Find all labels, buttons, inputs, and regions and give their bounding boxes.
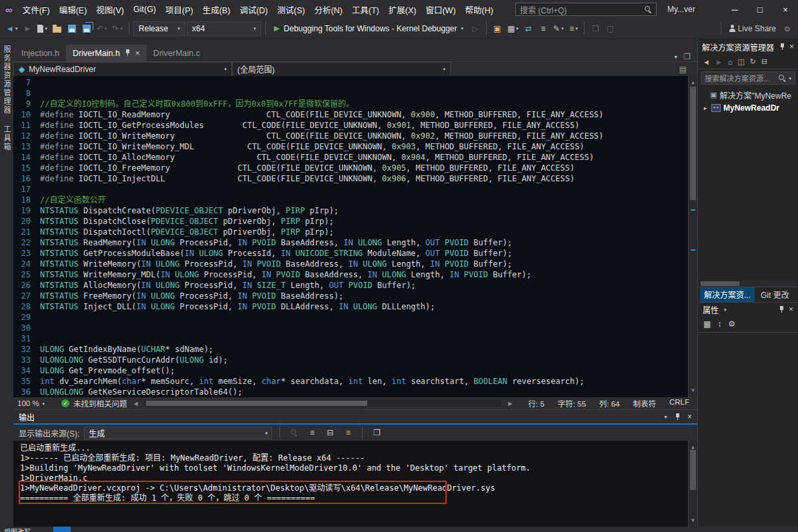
menu-item[interactable]: 帮助(H) — [461, 0, 498, 19]
tree-item[interactable]: ▸++MyNewReadDr — [698, 101, 798, 114]
code-line[interactable]: 15#define IOCTL_IO_FreeMemory CTL_CODE(F… — [13, 163, 697, 173]
expander-icon[interactable]: ▸ — [702, 105, 709, 111]
menu-item[interactable]: 视图(V) — [91, 0, 129, 19]
forward-circle-icon[interactable]: ► — [715, 58, 723, 66]
menu-item[interactable]: 调试(D) — [235, 0, 272, 19]
tree-item[interactable]: ▣解决方案"MyNewRe — [698, 89, 798, 101]
categorized-icon[interactable]: ▦ — [703, 319, 711, 329]
attach-process-button[interactable]: ▣ — [491, 21, 504, 37]
member-scope-dropdown[interactable]: (全局范围) ▾ — [232, 62, 451, 77]
feedback-button[interactable]: ☺ — [781, 21, 794, 37]
scrollbar-thumb[interactable] — [701, 281, 739, 286]
editor-tab[interactable]: DriverMain.h× — [66, 45, 147, 61]
close-icon[interactable]: × — [135, 49, 140, 58]
close-icon[interactable]: × — [789, 305, 793, 314]
properties-header[interactable]: 属性 ▾ × — [698, 302, 798, 317]
code-line[interactable]: 26NTSTATUS AllocMemory(IN ULONG ProcessP… — [13, 280, 697, 291]
side-tool-tab[interactable]: 服务器资源管理器 — [1, 45, 12, 115]
scroll-left-icon[interactable]: ◀ — [134, 401, 138, 407]
compare-files-button[interactable]: ⇄ — [522, 21, 535, 37]
scroll-right-icon[interactable]: ▶ — [508, 401, 512, 407]
misc-tool-button[interactable]: ▢ — [603, 21, 617, 37]
menu-item[interactable]: 扩展(X) — [384, 0, 421, 19]
next-message-button[interactable]: ⊟ — [323, 425, 337, 441]
status-bar-badge[interactable] — [53, 527, 71, 532]
code-line[interactable]: 31 — [13, 333, 697, 344]
code-line[interactable]: 25NTSTATUS WriteMemory_MDL(IN ULONG Proc… — [13, 269, 697, 280]
redo-button[interactable]: ↷▾ — [111, 21, 125, 37]
new-file-button[interactable]: ▾ — [35, 21, 49, 37]
column-indicator[interactable]: 列: 64 — [599, 398, 620, 409]
menu-item[interactable]: 测试(S) — [273, 0, 310, 19]
configuration-dropdown[interactable]: Release▾ — [133, 21, 185, 36]
output-source-dropdown[interactable]: 生成 ▾ — [84, 427, 272, 439]
platform-dropdown[interactable]: x64▾ — [187, 21, 261, 36]
code-editor[interactable]: 789//自定义的IO控制码。自己定义时取0x800到0xFFF，因为0x0到0… — [13, 76, 697, 397]
code-line[interactable]: 28NTSTATUS Inject_DLL(IN ULONG ProcessPi… — [13, 301, 697, 312]
navigate-forward-button[interactable]: ► — [21, 21, 34, 37]
start-debugging-button[interactable]: ▶ Debugging Tools for Windows - Kernel D… — [270, 24, 467, 33]
side-tool-tab[interactable]: 工具箱 — [1, 125, 12, 151]
output-vertical-scrollbar[interactable]: ▲ ▼ — [688, 441, 697, 527]
menu-item[interactable]: 项目(P) — [161, 0, 198, 19]
editor-vertical-scrollbar[interactable]: ▲ ▼ — [688, 76, 697, 397]
start-without-debugging-button[interactable]: ▷ — [469, 21, 482, 37]
scrollbar-thumb[interactable] — [690, 87, 696, 200]
code-line[interactable]: 17 — [13, 184, 697, 195]
code-line[interactable]: 27NTSTATUS FreeMemory(IN ULONG ProcessPi… — [13, 291, 697, 301]
chevron-down-icon[interactable]: ▼ — [663, 415, 668, 419]
editor-tab[interactable]: DriverMain.c — [147, 45, 207, 61]
prev-message-button[interactable]: ≡ — [305, 425, 319, 441]
menu-item[interactable]: 编辑(E) — [55, 0, 92, 19]
code-line[interactable]: 36ULONGLONG GetKeServiceDescriptorTable6… — [13, 387, 697, 397]
maximize-button[interactable]: □ — [747, 0, 773, 19]
refresh-icon[interactable]: ↻ — [750, 57, 756, 66]
pin-icon[interactable] — [779, 43, 785, 51]
quick-search-box[interactable]: 搜索 (Ctrl+Q) — [515, 3, 657, 16]
document-outline-icon[interactable]: ▤ — [679, 65, 697, 74]
minimize-button[interactable]: ─ — [722, 0, 747, 19]
health-indicator[interactable]: ✓未找到相关问题 — [61, 398, 127, 409]
code-line[interactable]: 35int dv_SearchMem(char* memSourc, int m… — [13, 376, 697, 387]
property-pages-icon[interactable]: ⚙ — [728, 319, 735, 329]
home-icon[interactable]: ⌂ — [728, 58, 733, 66]
navigate-back-button[interactable]: ◄▾ — [4, 21, 19, 37]
alphabetical-sort-icon[interactable]: ↕ — [717, 319, 721, 329]
close-button[interactable]: × — [773, 0, 798, 19]
editor-horizontal-scrollbar[interactable] — [145, 400, 501, 407]
code-line[interactable]: 9//自定义的IO控制码。自己定义时取0x800到0xFFF，因为0x0到0x7… — [13, 99, 697, 109]
edit-button[interactable]: ✎▾ — [551, 21, 566, 37]
code-line[interactable]: 8 — [13, 88, 697, 99]
code-line[interactable]: 29 — [13, 312, 697, 323]
misc-tool-button[interactable]: ❐ — [589, 21, 602, 37]
save-button[interactable] — [65, 21, 79, 37]
live-share-button[interactable]: Live Share — [727, 21, 778, 37]
code-line[interactable]: 11#define IOCTL_IO_GetProcessModules CTL… — [13, 120, 697, 131]
menu-item[interactable]: 窗口(W) — [421, 0, 460, 19]
code-line[interactable]: 30 — [13, 323, 697, 333]
scroll-down-icon[interactable]: ▼ — [689, 385, 697, 396]
float-window-icon[interactable]: ❐ — [683, 52, 691, 61]
collapse-all-icon[interactable]: ⊟ — [761, 57, 767, 66]
code-line[interactable]: 23NTSTATUS GetProcessModuleBase(IN ULONG… — [13, 248, 697, 259]
code-line[interactable]: 34ULONG Get_Prevmode_offset(); — [13, 365, 697, 376]
open-folder-button[interactable] — [51, 21, 64, 37]
menu-item[interactable]: Git(G) — [129, 1, 161, 17]
pin-icon[interactable] — [125, 49, 131, 57]
code-line[interactable]: 32ULONG GetIndexByName(UCHAR* sdName); — [13, 344, 697, 355]
code-line[interactable]: 14#define IOCTL_IO_AllocMemory CTL_CODE(… — [13, 152, 697, 163]
menu-item[interactable]: 工具(T) — [347, 0, 384, 19]
eol-indicator[interactable]: CRLF — [669, 398, 689, 409]
align-button[interactable]: ≡▾ — [567, 21, 580, 37]
clear-all-button[interactable]: ≡ — [341, 425, 355, 441]
find-message-button[interactable] — [287, 425, 301, 441]
scroll-down-icon[interactable]: ▼ — [689, 515, 697, 525]
code-line[interactable]: 24NTSTATUS WriteMemory(IN ULONG ProcessP… — [13, 259, 697, 269]
close-icon[interactable]: × — [789, 42, 794, 51]
save-all-button[interactable] — [80, 21, 93, 37]
pin-icon[interactable] — [675, 413, 681, 421]
code-line[interactable]: 20NTSTATUS DispatchClose(PDEVICE_OBJECT … — [13, 216, 697, 227]
project-scope-dropdown[interactable]: ◆ MyNewReadDriver ▾ — [13, 62, 232, 77]
output-log[interactable]: 已启动重新生成...1>------ 已启动全部重新生成: 项目: MyNewR… — [13, 441, 697, 527]
pin-icon[interactable] — [779, 306, 785, 313]
